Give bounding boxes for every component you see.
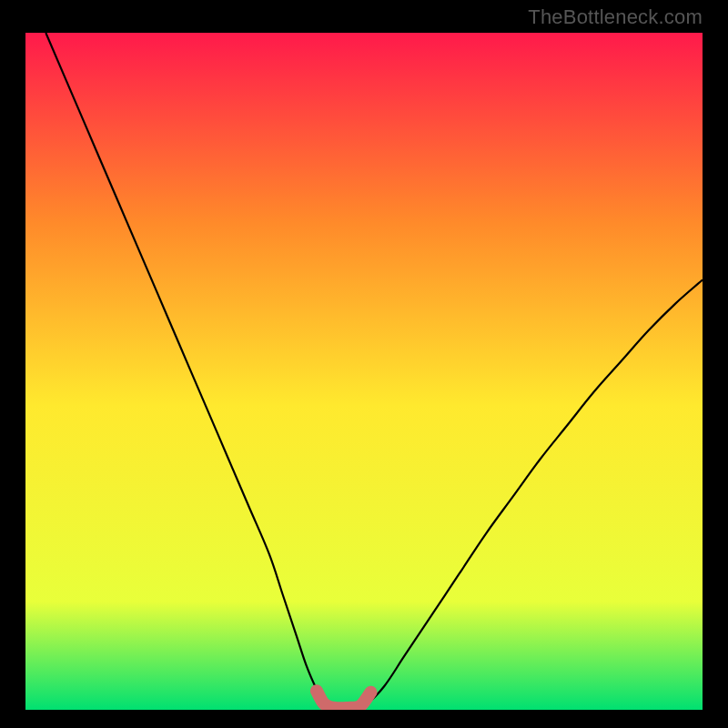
chart-frame: TheBottleneck.com bbox=[0, 0, 728, 728]
watermark-text: TheBottleneck.com bbox=[528, 5, 703, 29]
bottleneck-chart bbox=[25, 33, 703, 710]
gradient-background bbox=[25, 33, 703, 710]
plot-area bbox=[25, 33, 703, 710]
